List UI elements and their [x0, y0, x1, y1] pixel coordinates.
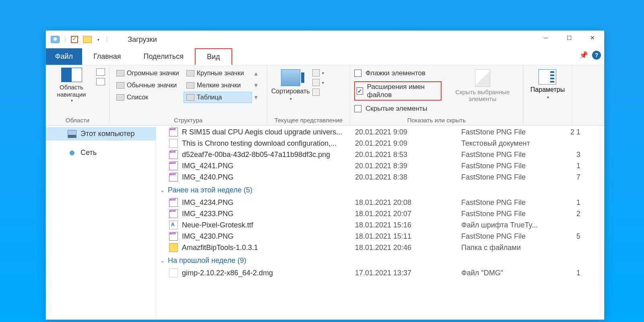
tab-file[interactable]: Файл: [46, 48, 82, 65]
file-name: IMG_4240.PNG: [182, 173, 233, 182]
pin-ribbon-icon[interactable]: 📌: [579, 51, 588, 60]
group-label-structure: Структура: [114, 115, 263, 124]
layout-scroll-up[interactable]: ▴: [254, 70, 260, 77]
close-button[interactable]: ✕: [581, 31, 604, 45]
file-size: 7: [570, 173, 580, 182]
file-type: Папка с файлами: [461, 244, 570, 252]
png-file-icon: [169, 150, 178, 159]
group-by-button[interactable]: ▾: [312, 69, 324, 76]
file-type: Текстовый документ: [461, 139, 570, 148]
chevron-down-icon: ⌄: [160, 258, 165, 264]
file-row[interactable]: AmazfitBipTools-1.0.3.1 18.01.2021 20:46…: [156, 242, 604, 253]
file-date: 18.01.2021 20:08: [355, 198, 461, 207]
nav-pane-icon: [61, 68, 82, 82]
group-label: Ранее на этой неделе (5): [168, 186, 252, 194]
layout-huge-icons[interactable]: Огромные значки: [114, 68, 182, 79]
file-date: 18.01.2021 20:46: [355, 244, 461, 252]
hide-label: Скрыть выбранные элементы: [446, 89, 519, 102]
checkbox-icon: ✓: [357, 87, 363, 95]
add-columns-button[interactable]: ▾: [312, 79, 324, 86]
layout-medium-icons[interactable]: Обычные значки: [114, 80, 182, 91]
file-name: R SIM15 dual CPU Aegis cloud upgrade uni…: [182, 128, 342, 136]
file-row[interactable]: This is Chrono testing download configur…: [156, 138, 604, 149]
tab-view[interactable]: Вид: [195, 48, 232, 65]
ribbon-tabs: Файл Главная Поделиться Вид 📌 ?: [46, 48, 604, 65]
layout-scroll-down[interactable]: ▾: [254, 81, 260, 89]
file-row[interactable]: d52eaf7e-00ba-43d2-8b05-47a11b98df3c.png…: [156, 149, 604, 160]
columns-icon: [312, 79, 320, 86]
sidebar-item-this-pc[interactable]: Этот компьютер: [46, 127, 156, 140]
maximize-button[interactable]: ☐: [557, 31, 581, 45]
file-name: IMG_4230.PNG: [182, 232, 233, 241]
checkbox-item-flags[interactable]: Флажки элементов: [354, 69, 442, 77]
params-label: Параметры: [530, 86, 565, 93]
group-structure: Огромные значки Крупные значки Обычные з…: [109, 65, 267, 125]
file-size: 5: [570, 232, 580, 241]
file-row[interactable]: gimp-2.10.22-x86_64-2.dmg 17.01.2021 13:…: [156, 267, 604, 279]
options-button[interactable]: Параметры ▾: [530, 68, 565, 99]
file-list: R SIM15 dual CPU Aegis cloud upgrade uni…: [156, 126, 604, 320]
file-name: IMG_4234.PNG: [182, 198, 233, 207]
file-row[interactable]: R SIM15 dual CPU Aegis cloud upgrade uni…: [156, 126, 604, 138]
file-name: Neue-Pixel-Grotesk.ttf: [182, 221, 253, 229]
sort-icon: [281, 69, 300, 86]
checkbox-file-extensions[interactable]: ✓ Расширения имен файлов: [354, 81, 442, 101]
qat-dropdown-icon[interactable]: ▾: [97, 37, 99, 42]
qat-properties-icon[interactable]: [71, 36, 78, 43]
file-date: 17.01.2021 13:37: [355, 269, 461, 277]
layout-table[interactable]: Таблица: [184, 92, 252, 103]
tab-share[interactable]: Поделиться: [132, 48, 195, 65]
file-row[interactable]: IMG_4241.PNG 20.01.2021 8:39 FastStone P…: [156, 160, 604, 171]
file-name: gimp-2.10.22-x86_64-2.dmg: [182, 269, 273, 277]
sort-button[interactable]: Сортировать ▾: [271, 69, 310, 101]
preview-pane-button[interactable]: [96, 68, 105, 76]
file-size: 2: [570, 210, 580, 218]
group-areas: Область навигации ▾ Области: [46, 65, 109, 125]
file-row[interactable]: Neue-Pixel-Grotesk.ttf 18.01.2021 15:16 …: [156, 219, 604, 231]
group-last-week[interactable]: ⌄На прошлой неделе (9): [156, 253, 604, 267]
group-label-current: Текущее представление: [271, 115, 346, 124]
layout-list[interactable]: Список: [114, 92, 182, 103]
file-size: 1: [570, 269, 580, 277]
layout-small-icons[interactable]: Мелкие значки: [184, 80, 252, 91]
small-icons-icon: [186, 82, 194, 89]
layout-more[interactable]: ▾: [254, 93, 260, 101]
sort-label: Сортировать: [271, 88, 310, 95]
file-date: 20.01.2021 9:09: [355, 128, 461, 136]
tab-home[interactable]: Главная: [82, 48, 132, 65]
file-size: 2 1: [570, 128, 580, 136]
help-icon[interactable]: ?: [592, 51, 601, 60]
file-row[interactable]: IMG_4240.PNG 20.01.2021 8:38 FastStone P…: [156, 171, 604, 183]
network-icon: [68, 149, 76, 157]
checkbox-hidden-items[interactable]: Скрытые элементы: [354, 105, 442, 113]
file-type: Файл "DMG": [461, 269, 570, 277]
file-size: 1: [570, 162, 580, 170]
file-row[interactable]: IMG_4234.PNG 18.01.2021 20:08 FastStone …: [156, 197, 604, 208]
file-type: FastStone PNG File: [461, 128, 570, 136]
details-pane-button[interactable]: [96, 78, 105, 85]
extensions-label: Расширения имен файлов: [367, 83, 439, 99]
txt-file-icon: [169, 139, 178, 148]
file-type: FastStone PNG File: [461, 232, 570, 241]
size-columns-button[interactable]: [312, 89, 324, 96]
file-date: 20.01.2021 9:09: [355, 139, 461, 148]
layout-large-icons[interactable]: Крупные значки: [184, 68, 252, 79]
navigation-pane-button[interactable]: Область навигации ▾: [50, 68, 93, 103]
ribbon-view: Область навигации ▾ Области Огромные зна…: [46, 65, 604, 126]
minimize-button[interactable]: ─: [534, 31, 557, 45]
nav-pane-label: Область навигации: [50, 84, 93, 98]
file-name: d52eaf7e-00ba-43d2-8b05-47a11b98df3c.png: [182, 151, 330, 159]
file-row[interactable]: IMG_4233.PNG 18.01.2021 20:07 FastStone …: [156, 208, 604, 219]
content-area: Этот компьютер Сеть R SIM15 dual CPU Aeg…: [46, 126, 604, 320]
file-type: FastStone PNG File: [461, 173, 570, 182]
group-earlier-this-week[interactable]: ⌄Ранее на этой неделе (5): [156, 183, 604, 197]
sidebar-item-network[interactable]: Сеть: [46, 146, 156, 159]
png-file-icon: [169, 128, 178, 136]
chevron-down-icon: ▾: [547, 95, 549, 99]
group-label-show: Показать или скрыть: [354, 115, 519, 124]
file-size: 1: [570, 198, 580, 207]
hide-selected-button[interactable]: Скрыть выбранные элементы: [446, 69, 519, 113]
file-row[interactable]: IMG_4230.PNG 18.01.2021 15:11 FastStone …: [156, 231, 604, 242]
file-date: 20.01.2021 8:53: [355, 151, 461, 159]
qat-folder-icon[interactable]: [83, 36, 92, 43]
